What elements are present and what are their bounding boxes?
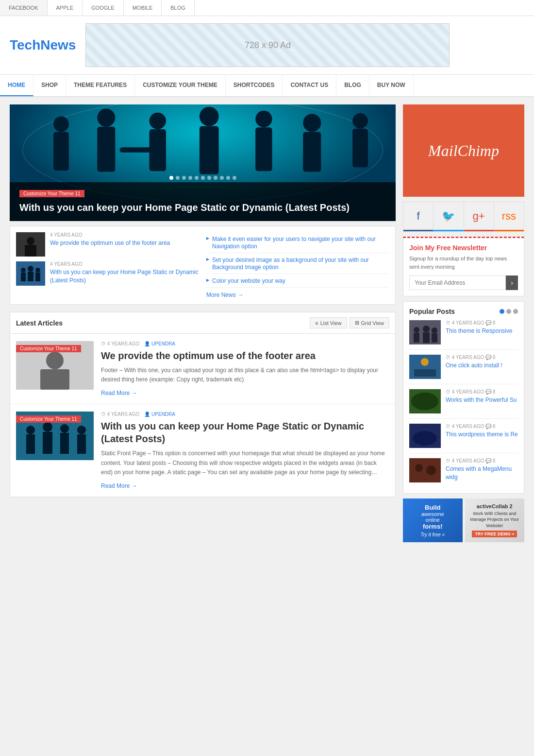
list-view-icon: ≡ [315,320,318,326]
news-thumb-2 [16,261,45,286]
article-title-2: With us you can keep your Home Page Stat… [101,420,389,445]
hero-dot-6[interactable] [201,176,205,180]
popular-post-1-info: ⏱ 4 YEARS AGO 💬 8 This theme is Responsi… [446,320,518,344]
grid-view-button[interactable]: ⊞ Grid View [350,317,389,328]
popular-dot-3[interactable] [513,309,518,314]
facebook-icon[interactable]: f [403,202,434,231]
popular-post-1-link[interactable]: This theme is Responsive [446,327,512,334]
rss-icon[interactable]: rss [494,202,524,231]
popular-post-1: ⏱ 4 YEARS AGO 💬 8 This theme is Responsi… [409,320,518,350]
article-read-more-2[interactable]: Read More → [101,482,137,489]
hero-dot-8[interactable] [214,176,217,180]
hero-text-overlay: Customize Your Theme 11 With us you can … [10,182,396,221]
newsletter-email-input[interactable] [409,275,506,290]
popular-post-4-link[interactable]: This wordpress theme is Re [446,431,518,438]
hero-title: With us you can keep your Home Page Stat… [19,201,386,214]
collab-text: Work With Clients and Manage Projects on… [467,511,522,529]
popular-posts-title: Popular Posts [409,308,455,315]
popular-nav-dots [500,309,518,314]
svg-point-31 [26,426,35,434]
hero-dot-10[interactable] [226,176,230,180]
hero-slider[interactable]: Customize Your Theme 11 With us you can … [10,104,396,221]
news-right-link-2[interactable]: Set your desired image as a background o… [212,257,369,271]
hero-dot-5[interactable] [195,176,199,180]
popular-post-3-meta: ⏱ 4 YEARS AGO 💬 8 [446,389,518,395]
collab-cta: TRY FREE DEMO » [472,531,517,537]
articles-header: Latest Articles ≡ List View ⊞ Grid View [10,312,395,334]
news-item-2-link[interactable]: With us you can keep your Home Page Stat… [50,269,198,284]
svg-rect-22 [21,273,26,281]
news-item-2-time: 4 YEARS AGO [50,261,199,267]
article-tag-2: Customize Your Theme 11 [16,415,81,423]
svg-point-2 [53,117,69,132]
formstack-ad[interactable]: Build awesome online forms! Try it free … [403,498,463,542]
logo[interactable]: TechNews [10,37,76,53]
popular-thumb-3 [409,389,441,413]
nav-buy-now[interactable]: BUY NOW [369,75,414,96]
news-right-item-1: Make it even easier for your users to na… [206,232,389,253]
news-right-item-3: Color your website your way [206,274,389,288]
hero-dot-4[interactable] [188,176,192,180]
news-right-link-3[interactable]: Color your website your way [212,277,285,284]
nav-contact-us[interactable]: CONTACT US [283,75,336,96]
mailchimp-banner[interactable]: MailChimp [403,104,524,197]
mailchimp-text: MailChimp [428,142,499,160]
hero-dot-2[interactable] [176,176,180,180]
hero-dot-3[interactable] [182,176,186,180]
popular-posts-header: Popular Posts [409,308,518,315]
nav-shop[interactable]: SHOP [33,75,66,96]
popular-post-2-link[interactable]: One click auto install ! [446,362,502,369]
svg-point-14 [352,113,368,129]
nav-customize-theme[interactable]: CUSTOMIZE YOUR THEME [135,75,226,96]
article-read-more-1[interactable]: Read More → [101,390,137,396]
nav-shortcodes[interactable]: SHORTCODES [226,75,283,96]
content-left: Customize Your Theme 11 With us you can … [10,104,396,542]
nav-theme-features[interactable]: THEME FEATURES [66,75,135,96]
popular-post-5-info: ⏱ 4 YEARS AGO 💬 8 Comes with a MegaMenu … [446,458,518,482]
popular-thumb-5 [409,458,441,482]
popular-post-5-link[interactable]: Comes with a MegaMenu widg [446,465,512,481]
hero-dot-1[interactable] [169,176,173,180]
news-item-1-link[interactable]: We provide the optimum use of the footer… [50,240,170,246]
popular-dot-2[interactable] [506,309,511,314]
news-right-item-2: Set your desired image as a background o… [206,253,389,274]
top-bar: FACEBOOK APPLE GOOGLE MOBILE BLOG [0,0,534,16]
newsletter-submit-button[interactable]: › [506,275,518,290]
popular-post-3-info: ⏱ 4 YEARS AGO 💬 8 Works with the Powerfu… [446,389,518,413]
popular-dot-1[interactable] [500,309,504,314]
hero-dot-11[interactable] [233,176,236,180]
hero-dot-9[interactable] [220,176,224,180]
twitter-icon[interactable]: 🐦 [434,202,464,231]
list-view-button[interactable]: ≡ List View [310,317,347,328]
article-item-1: Customize Your Theme 11 ⏱ 4 YEARS AGO 👤 … [10,334,395,404]
topbar-mobile[interactable]: MOBILE [124,0,162,16]
article-item-2: Customize Your Theme 11 ⏱ 4 YEARS AGO 👤 … [10,404,395,497]
svg-rect-13 [303,132,321,172]
topbar-google[interactable]: GOOGLE [83,0,124,16]
news-item-1: 4 YEARS AGO We provide the optimum use o… [16,232,199,257]
svg-point-18 [27,237,34,245]
grid-view-icon: ⊞ [355,320,359,326]
nav-home[interactable]: HOME [0,75,33,96]
collab-ad[interactable]: activeCollab 2 Work With Clients and Man… [465,498,525,542]
popular-post-4-meta: ⏱ 4 YEARS AGO 💬 8 [446,424,518,429]
article-author-2: 👤 UPENDRA [144,412,175,417]
news-item-1-time: 4 YEARS AGO [50,232,170,238]
svg-point-21 [21,268,26,273]
topbar-facebook[interactable]: FACEBOOK [0,0,48,16]
topbar-apple[interactable]: APPLE [48,0,83,16]
hero-dot-7[interactable] [207,176,211,180]
more-news-link[interactable]: More News → [206,292,244,298]
hero-tag: Customize Your Theme 11 [19,190,84,197]
svg-rect-45 [432,333,437,343]
svg-point-50 [411,393,438,410]
googleplus-icon[interactable]: g+ [464,202,494,231]
main-nav: HOME SHOP THEME FEATURES CUSTOMIZE YOUR … [0,75,534,97]
svg-rect-36 [60,433,69,454]
news-right-link-1[interactable]: Make it even easier for your users to na… [212,236,376,250]
collab-title: activeCollab 2 [477,503,513,509]
nav-blog[interactable]: BLOG [336,75,369,96]
topbar-blog[interactable]: BLOG [162,0,195,16]
popular-post-3-link[interactable]: Works with the Powerful Su [446,396,517,403]
svg-rect-5 [97,127,115,172]
